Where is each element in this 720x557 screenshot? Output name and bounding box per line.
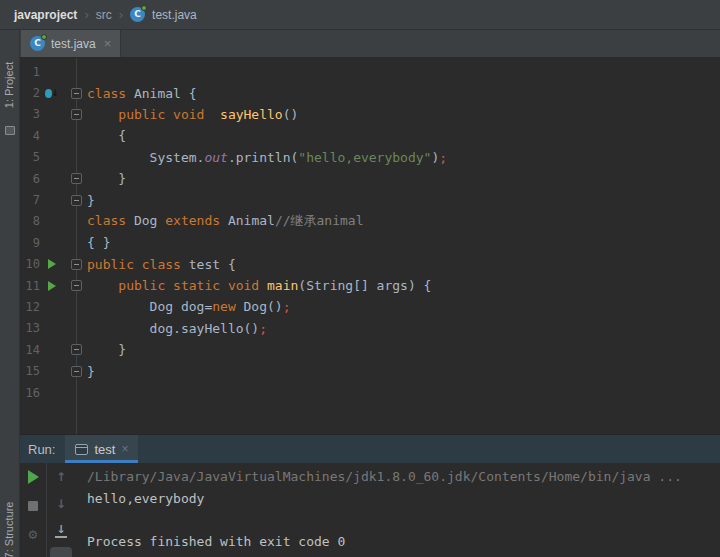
project-folder-icon [5, 126, 15, 135]
stop-icon [28, 501, 38, 511]
line-number: 1 [20, 65, 40, 79]
code-line[interactable]: 16 [20, 382, 720, 403]
run-panel: Run: test × ⚙ ↑ [20, 434, 720, 557]
breadcrumb-project[interactable]: javaproject [14, 8, 77, 22]
fold-marker[interactable] [71, 280, 82, 291]
line-number: 7 [20, 193, 40, 207]
subclassed-gutter-icon[interactable]: ↓ [45, 88, 59, 98]
line-number: 10 [20, 257, 40, 271]
line-number: 3 [20, 107, 40, 121]
code-text: { } [87, 235, 110, 250]
fold-spacer [71, 152, 82, 163]
scroll-to-end-button[interactable]: ↓ [55, 524, 66, 538]
code-text: public static void main(String[] args) { [87, 278, 431, 293]
console-line: /Library/Java/JavaVirtualMachines/jdk1.8… [87, 466, 720, 488]
fold-marker[interactable] [71, 259, 82, 270]
rerun-button[interactable] [28, 470, 39, 484]
console-icon [75, 444, 88, 455]
java-class-letter: C [34, 39, 41, 48]
code-line[interactable]: 13 dog.sayHello(); [20, 318, 720, 339]
run-badge-icon [141, 5, 147, 11]
code-line[interactable]: 15} [20, 360, 720, 381]
code-line[interactable]: 5 System.out.println("hello,everybody"); [20, 147, 720, 168]
run-gutter-icon[interactable] [45, 281, 59, 291]
fold-marker[interactable] [71, 366, 82, 377]
console-line: Process finished with exit code 0 [87, 531, 720, 553]
down-arrow-icon: ↓ [51, 88, 59, 98]
line-number: 14 [20, 343, 40, 357]
ide-window: javaproject › src › C test.java 1: Proje… [0, 0, 720, 557]
toolbar-button[interactable] [50, 547, 72, 557]
play-icon [28, 470, 39, 484]
code-line[interactable]: 4 { [20, 125, 720, 146]
fold-marker[interactable] [71, 344, 82, 355]
sidebar-item-structure[interactable]: 7: Structure [3, 492, 17, 557]
up-arrow-icon[interactable]: ↑ [56, 470, 66, 484]
code-text: } [87, 364, 95, 379]
fold-spacer [71, 301, 82, 312]
run-gutter-icon[interactable] [45, 259, 59, 269]
line-number: 12 [20, 300, 40, 314]
tool-button-label: 1: Project [3, 62, 15, 108]
run-tab-label: test [94, 442, 115, 457]
tab-test-java[interactable]: C test.java × [21, 30, 121, 57]
close-tab-icon[interactable]: × [104, 36, 112, 51]
line-number: 16 [20, 386, 40, 400]
line-number: 4 [20, 129, 40, 143]
settings-icon[interactable]: ⚙ [28, 528, 39, 542]
run-tab-test[interactable]: test × [65, 435, 138, 463]
code-text: class Dog extends Animal//继承animal [87, 212, 364, 230]
code-line[interactable]: 3 public void sayHello() [20, 104, 720, 125]
console-line: hello,everybody [87, 488, 720, 510]
tab-label: test.java [51, 37, 96, 51]
console-output[interactable]: /Library/Java/JavaVirtualMachines/jdk1.8… [75, 463, 720, 557]
code-line[interactable]: 14 } [20, 339, 720, 360]
run-toolbar-nav: ↑ ↓ ↓ [47, 463, 75, 557]
down-arrow-icon[interactable]: ↓ [56, 497, 66, 511]
sidebar-item-project[interactable]: 1: Project [3, 47, 17, 123]
breadcrumb-separator-icon: › [84, 7, 88, 22]
breadcrumb-file[interactable]: test.java [152, 8, 197, 22]
stop-button[interactable] [28, 499, 38, 513]
code-line[interactable]: 2↓class Animal { [20, 82, 720, 103]
code-line[interactable]: 9{ } [20, 232, 720, 253]
code-editor[interactable]: 12↓class Animal {3 public void sayHello(… [20, 58, 720, 434]
run-panel-header: Run: test × [20, 435, 720, 463]
fold-marker[interactable] [71, 173, 82, 184]
scroll-to-end-icon: ↓ [55, 525, 66, 538]
run-panel-body: ⚙ ↑ ↓ ↓ /Library/Java/JavaVirtualMachine… [20, 463, 720, 557]
fold-spacer [71, 216, 82, 227]
fold-spacer [71, 323, 82, 334]
console-line [87, 509, 720, 531]
fold-marker[interactable] [71, 88, 82, 99]
java-class-icon: C [130, 7, 145, 22]
editor-tab-bar: C test.java × [20, 30, 720, 58]
code-line[interactable]: 12 Dog dog=new Dog(); [20, 296, 720, 317]
code-line[interactable]: 10public class test { [20, 254, 720, 275]
line-number: 13 [20, 321, 40, 335]
code-line[interactable]: 11 public static void main(String[] args… [20, 275, 720, 296]
java-class-icon: C [30, 36, 45, 51]
fold-spacer [71, 387, 82, 398]
code-text: public void sayHello() [87, 107, 298, 122]
fold-spacer [71, 130, 82, 141]
line-number: 15 [20, 364, 40, 378]
code-line[interactable]: 6 } [20, 168, 720, 189]
breadcrumb: javaproject › src › C test.java [0, 0, 720, 30]
tool-window-stripe: 1: Project 7: Structure [0, 30, 20, 557]
tool-button-label: 7: Structure [3, 502, 15, 557]
code-text: } [87, 193, 95, 208]
code-text: Dog dog=new Dog(); [87, 299, 291, 314]
code-line[interactable]: 7} [20, 189, 720, 210]
code-text: System.out.println("hello,everybody"); [87, 150, 447, 165]
breadcrumb-src[interactable]: src [96, 8, 112, 22]
fold-marker[interactable] [71, 195, 82, 206]
line-number: 11 [20, 279, 40, 293]
play-icon [48, 281, 56, 291]
fold-marker[interactable] [71, 109, 82, 120]
code-line[interactable]: 1 [20, 61, 720, 82]
code-text: { [87, 128, 126, 143]
close-run-tab-icon[interactable]: × [121, 442, 128, 456]
editor-column: C test.java × 12↓class Animal {3 public … [20, 30, 720, 557]
code-line[interactable]: 8class Dog extends Animal//继承animal [20, 211, 720, 232]
